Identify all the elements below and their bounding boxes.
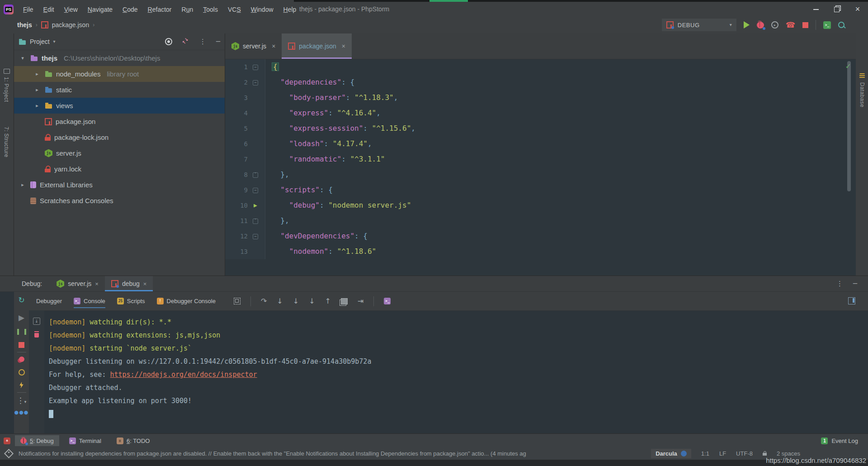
menu-refactor[interactable]: Refactor [143,5,177,14]
menu-run[interactable]: Run [177,5,198,14]
menu-tools[interactable]: Tools [198,5,223,14]
view-tab-debugger[interactable]: Debugger [36,292,62,310]
editor-scrollbar[interactable] [847,61,851,191]
locate-file-button[interactable] [165,38,172,45]
mute-breakpoints-button[interactable] [19,369,25,376]
tool-window-switcher-icon[interactable] [4,448,14,458]
view-tab-console[interactable]: >_Console [74,292,105,310]
step-out-button[interactable]: ↑ [325,298,331,305]
debug-button[interactable] [757,22,764,29]
file-encoding[interactable]: UTF-8 [736,450,753,457]
code-line[interactable]: 3 "body-parser": "^1.18.3", [225,90,856,105]
close-button[interactable]: × [847,2,868,16]
view-tab-scripts[interactable]: JSScripts [117,292,145,310]
open-console-button[interactable]: >_ [384,298,391,304]
event-log-button[interactable]: 1 Event Log [821,437,868,444]
close-tab-icon[interactable]: × [342,43,345,50]
stripe-project-button[interactable]: 1: Project [3,77,9,102]
debug-tab-server-js[interactable]: jsserver.js× [50,276,105,291]
menu-window[interactable]: Window [246,5,278,14]
status-notification[interactable]: Notifications for installing dependencie… [19,450,651,457]
console-link[interactable]: https://nodejs.org/en/docs/inspector [110,371,257,379]
tree-item-node-modules[interactable]: ▸node_moduleslibrary root [14,66,225,82]
run-to-cursor-button[interactable]: ⇥ [358,298,363,305]
stop-debug-button[interactable] [19,342,24,348]
more-options-button[interactable]: ⋮▾ [17,397,27,404]
chevron-down-icon[interactable]: ▾ [53,39,56,44]
code-line[interactable]: 2− "dependencies": { [225,75,856,90]
hide-panel-button[interactable]: ─ [216,38,220,45]
tree-item-thejs[interactable]: ▾thejsC:\Users\shinelon\Desktop\thejs [14,50,225,66]
code-line[interactable]: 12− "devDependencies": { [225,228,856,244]
indent-setting[interactable]: 2 spaces [777,450,800,457]
menu-vcs[interactable]: VCS [223,5,246,14]
tree-item-yarn-lock[interactable]: yarn.lock [14,161,225,177]
stripe-structure-button[interactable]: 7: Structure [3,127,9,157]
smart-step-into-button[interactable]: ↓ [309,298,315,305]
code-line[interactable]: 8ˆ }, [225,167,856,182]
tree-item-scratches-and-consoles[interactable]: Scratches and Consoles [14,193,225,209]
tool-window-button-5-debug[interactable]: 5: Debug [15,435,59,446]
attach-debugger-button[interactable]: ☎ [786,21,795,29]
debug-options-button[interactable]: ⋮ [836,281,843,287]
run-script-icon[interactable]: ▶ [248,198,263,213]
menu-code[interactable]: Code [118,5,142,14]
tool-window-button-6-todo[interactable]: ≡6: TODO [111,435,156,446]
pause-button[interactable] [17,329,26,335]
editor-tab-server-js[interactable]: jsserver.js× [225,33,282,59]
run-configuration-select[interactable]: DEBUG ▾ [662,19,736,31]
close-tab-icon[interactable]: × [143,281,147,287]
npm-tool-window-button[interactable]: n [4,437,10,444]
minimize-button[interactable] [806,2,826,16]
evaluate-expression-button[interactable] [19,382,25,388]
line-ending[interactable]: LF [719,450,726,457]
stop-button[interactable] [802,22,808,28]
fold-marker-icon[interactable]: − [248,75,263,90]
fold-marker-icon[interactable]: ˆ [248,167,263,182]
menu-edit[interactable]: Edit [38,5,59,14]
code-line[interactable]: 9− "scripts": { [225,182,856,198]
rerun-button[interactable]: ↻ [18,296,24,304]
collapse-all-button[interactable] [182,38,189,45]
run-button[interactable] [744,21,750,29]
readonly-lock-icon[interactable] [763,451,767,456]
view-tab-debugger-console[interactable]: !Debugger Console [157,292,216,310]
tool-window-button-terminal[interactable]: >_Terminal [64,435,107,446]
chevron-down-icon[interactable]: ▾ [19,55,27,61]
code-line[interactable]: 6 "lodash": "4.17.4", [225,136,856,152]
hide-debug-button[interactable]: ─ [853,281,857,287]
chevron-right-icon[interactable]: ▸ [33,71,41,77]
breadcrumb-item-thejs[interactable]: thejs [17,21,32,29]
fold-marker-icon[interactable]: − [248,59,263,75]
debug-tab-debug[interactable]: debug× [105,276,153,291]
code-line[interactable]: 1−{ [225,59,856,75]
tree-item-package-json[interactable]: package.json [14,114,225,129]
view-breakpoints-button[interactable] [19,357,24,362]
hidden-actions-button[interactable]: ●●● [14,410,29,415]
editor-tab-package-json[interactable]: package.json× [282,33,352,59]
view-frames-button[interactable] [341,298,348,304]
code-line[interactable]: 4 "express": "^4.16.4", [225,105,856,121]
resume-button[interactable]: ▶ [19,314,24,322]
debug-console-output[interactable]: [nodemon] watching dir(s): *.*[nodemon] … [44,310,868,434]
force-step-into-button[interactable]: ↓ [293,298,299,305]
step-over-button[interactable]: ↷ [261,298,267,305]
clear-console-button[interactable] [34,331,39,338]
code-line[interactable]: 5 "express-session": "^1.15.6", [225,121,856,136]
menu-file[interactable]: File [18,5,38,14]
close-tab-icon[interactable]: × [95,281,99,287]
run-arrow-icon[interactable]: ▶ [254,202,257,209]
menu-navigate[interactable]: Navigate [83,5,118,14]
project-panel-title[interactable]: Project [30,38,50,45]
caret-position[interactable]: 1:1 [701,450,709,457]
restore-layout-button[interactable] [234,298,241,304]
code-line[interactable]: 11ˆ }, [225,213,856,228]
terminal-run-anything-button[interactable]: >_ [823,21,831,29]
fold-marker-icon[interactable]: ˆ [248,213,263,228]
tree-item-package-lock-json[interactable]: package-lock.json [14,129,225,145]
tree-item-static[interactable]: ▸static [14,82,225,98]
tree-item-views[interactable]: ▸views [14,98,225,114]
layout-settings-button[interactable] [848,297,855,304]
theme-widget[interactable]: Darcula [651,449,691,458]
code-editor[interactable]: 1−{2− "dependencies": {3 "body-parser": … [225,59,856,276]
